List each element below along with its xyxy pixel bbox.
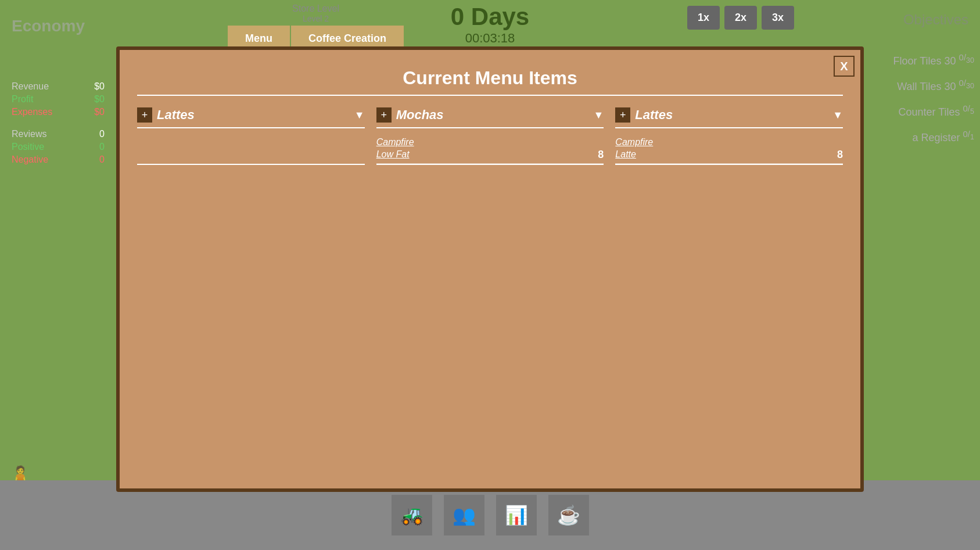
floor-tiles-item: Floor Tiles 30 0/30 <box>858 52 974 67</box>
speed-1x-button[interactable]: 1x <box>687 6 720 30</box>
floor-tiles-label: Floor Tiles 30 0/30 <box>858 52 974 67</box>
wall-tiles-count: 0/30 <box>959 78 974 88</box>
profit-row: Profit $0 <box>12 94 105 105</box>
days-display: 0 Days 00:03:18 <box>451 3 529 46</box>
wall-tiles-label: Wall Tiles 30 0/30 <box>858 78 974 93</box>
column-title-mochas: Mochas <box>396 107 589 123</box>
objectives-label: Objectives <box>903 12 968 28</box>
right-sidebar: Floor Tiles 30 0/30 Wall Tiles 30 0/30 C… <box>852 46 980 160</box>
store-level-area: Store Level Level 2 Menu Coffee Creation <box>203 0 428 52</box>
positive-label: Positive <box>12 142 44 152</box>
modal-title: Current Menu Items <box>137 67 843 96</box>
reviews-value: 0 <box>99 129 105 139</box>
negative-value: 0 <box>99 154 105 165</box>
speed-3x-button[interactable]: 3x <box>762 6 794 30</box>
add-lattes-2-button[interactable]: + <box>615 107 630 123</box>
left-sidebar: Revenue $0 Profit $0 Expenses $0 Reviews… <box>0 52 116 179</box>
column-title-lattes-1: Lattes <box>157 107 350 123</box>
reviews-label: Reviews <box>12 129 46 139</box>
register-label: a Register 0/1 <box>858 129 974 144</box>
store-level-label: Store Level <box>292 3 339 14</box>
menu-columns: + Lattes ▼ + Mochas ▼ CampfireLow Fat 8 <box>137 107 843 165</box>
menu-item-campfire-latte: CampfireLatte 8 <box>615 134 843 164</box>
campfire-latte-value: 8 <box>837 149 843 161</box>
days-timer: 00:03:18 <box>451 31 529 46</box>
add-mochas-button[interactable]: + <box>376 107 392 123</box>
campfire-lowfat-name: CampfireLow Fat <box>376 136 414 161</box>
counter-tiles-count: 0/5 <box>963 103 974 113</box>
dropdown-lattes-1-icon[interactable]: ▼ <box>354 109 365 121</box>
menu-column-lattes-1: + Lattes ▼ <box>137 107 365 165</box>
expenses-row: Expenses $0 <box>12 107 105 117</box>
floor-tiles-count: 0/30 <box>959 52 974 62</box>
revenue-label: Revenue <box>12 81 49 92</box>
build-icon[interactable]: 🚜 <box>392 495 432 535</box>
register-item: a Register 0/1 <box>858 129 974 144</box>
profit-label: Profit <box>12 94 33 105</box>
expenses-value: $0 <box>94 107 105 117</box>
column-title-lattes-2: Lattes <box>635 107 828 123</box>
dropdown-mochas-icon[interactable]: ▼ <box>594 109 604 121</box>
menu-column-mochas: + Mochas ▼ CampfireLow Fat 8 <box>376 107 604 165</box>
speed-buttons: 1x 2x 3x <box>687 6 794 30</box>
campfire-latte-name: CampfireLatte <box>615 136 653 161</box>
negative-label: Negative <box>12 154 48 165</box>
column-header-lattes-2: + Lattes ▼ <box>615 107 843 128</box>
reviews-row: Reviews 0 <box>12 129 105 139</box>
staff-icon[interactable]: 👥 <box>444 495 484 535</box>
days-count: 0 Days <box>451 3 529 31</box>
column-header-mochas: + Mochas ▼ <box>376 107 604 128</box>
level-label: Level 2 <box>303 14 329 23</box>
counter-tiles-item: Counter Tiles 0/5 <box>858 103 974 118</box>
dropdown-lattes-2-icon[interactable]: ▼ <box>832 109 843 121</box>
stats-icon[interactable]: 📊 <box>496 495 537 535</box>
economy-label: Economy <box>12 17 85 35</box>
wall-tiles-item: Wall Tiles 30 0/30 <box>858 78 974 93</box>
revenue-value: $0 <box>94 81 105 92</box>
modal-overlay: Current Menu Items X + Lattes ▼ + Mochas… <box>116 46 864 492</box>
expenses-label: Expenses <box>12 107 52 117</box>
revenue-row: Revenue $0 <box>12 81 105 92</box>
speed-2x-button[interactable]: 2x <box>724 6 757 30</box>
close-button[interactable]: X <box>834 56 855 77</box>
positive-row: Positive 0 <box>12 142 105 152</box>
register-count: 0/1 <box>963 129 974 139</box>
menu-item-campfire-lowfat: CampfireLow Fat 8 <box>376 134 604 164</box>
counter-tiles-label: Counter Tiles 0/5 <box>858 103 974 118</box>
campfire-lowfat-value: 8 <box>598 149 604 161</box>
column-header-lattes-1: + Lattes ▼ <box>137 107 365 128</box>
add-lattes-1-button[interactable]: + <box>137 107 152 123</box>
top-bar: Economy 0 Days 00:03:18 1x 2x 3x Objecti… <box>0 0 980 52</box>
coffee-icon[interactable]: ☕ <box>548 495 589 535</box>
modal: Current Menu Items X + Lattes ▼ + Mochas… <box>116 46 864 492</box>
menu-column-lattes-2: + Lattes ▼ CampfireLatte 8 <box>615 107 843 165</box>
profit-value: $0 <box>94 94 105 105</box>
positive-value: 0 <box>99 142 105 152</box>
negative-row: Negative 0 <box>12 154 105 165</box>
